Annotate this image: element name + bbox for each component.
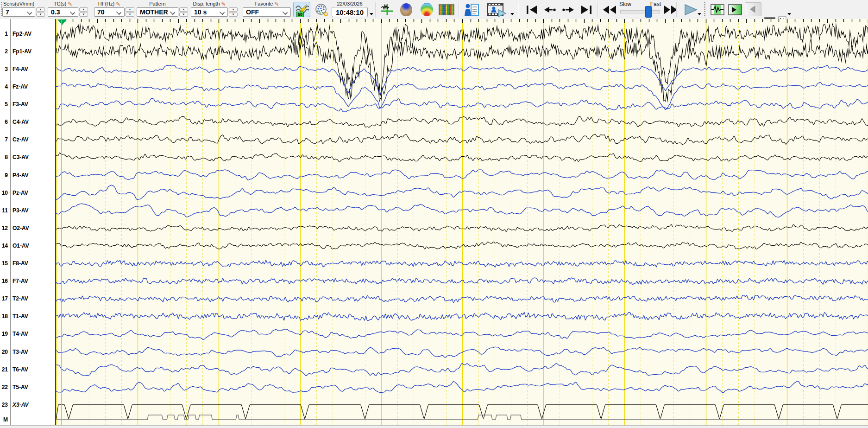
fast-forward-button[interactable] <box>661 2 680 17</box>
trace-view-button[interactable] <box>379 2 396 17</box>
disp-length-combobox[interactable]: 10 s <box>191 7 228 17</box>
clip-dropdown-arrow[interactable] <box>787 13 791 15</box>
channel-row[interactable]: 23X3-AV <box>0 401 55 409</box>
head-3d-map-button[interactable] <box>397 2 415 17</box>
speed-slow-label: Slow <box>619 1 631 7</box>
step-back-icon <box>543 5 557 15</box>
video-dropdown-arrow[interactable] <box>510 13 514 15</box>
time-display[interactable]: 10:48:10 <box>332 7 368 17</box>
speed-slider: Slow Fast <box>619 0 661 19</box>
channel-row[interactable]: 4Fz-AV <box>0 83 55 91</box>
disp-length-spinner[interactable]: ▲▼ <box>229 7 238 17</box>
hf-up-button[interactable]: ▲ <box>126 7 134 12</box>
channel-row[interactable]: 1Fp2-AV <box>0 30 55 38</box>
play-dropdown-arrow[interactable] <box>698 13 701 15</box>
next-page-button[interactable] <box>560 2 577 17</box>
play-segment-button[interactable] <box>727 2 743 17</box>
patient-info-button[interactable] <box>462 2 482 17</box>
channel-row[interactable]: 7Cz-AV <box>0 135 55 144</box>
channel-row[interactable]: 8C3-AV <box>0 153 55 161</box>
chevron-down-icon <box>70 10 75 15</box>
sens-down-button[interactable]: ▼ <box>36 13 45 17</box>
disp-up-button[interactable]: ▲ <box>229 7 238 12</box>
channel-row[interactable]: 6C4-AV <box>0 118 55 126</box>
tc-spinner[interactable]: ▲▼ <box>79 7 88 17</box>
edit-pencil-icon[interactable]: ✎ <box>68 1 72 7</box>
pattern-up-button[interactable]: ▲ <box>179 7 188 12</box>
channel-row[interactable]: 2Fp1-AV <box>0 47 55 56</box>
notch-filter-button[interactable]: 50 <box>293 2 310 17</box>
eeg-traces-canvas[interactable] <box>56 19 868 425</box>
pattern-combobox[interactable]: MOTHER <box>137 7 178 17</box>
channel-number: 9 <box>0 172 8 179</box>
channel-number: 22 <box>0 384 8 390</box>
channel-label: C4-AV <box>13 119 29 125</box>
video-button[interactable] <box>484 2 509 17</box>
play-segment-icon <box>728 3 742 16</box>
speed-slider-handle[interactable] <box>645 6 652 18</box>
channel-label: T2-AV <box>13 295 28 302</box>
channel-row[interactable]: 3F4-AV <box>0 65 55 73</box>
previous-page-button[interactable] <box>541 2 559 17</box>
disp-down-button[interactable]: ▼ <box>229 13 238 17</box>
channel-row[interactable]: 21T6-AV <box>0 365 55 374</box>
position-marker-icon[interactable] <box>57 19 67 25</box>
pattern-spinner[interactable]: ▲▼ <box>179 7 188 17</box>
sens-spinner[interactable]: ▲▼ <box>36 7 45 17</box>
sens-label: Sens(uV/mm) <box>2 1 35 7</box>
last-page-icon <box>580 5 593 15</box>
last-page-button[interactable] <box>578 2 595 17</box>
tc-combobox[interactable]: 0.3 <box>48 7 78 17</box>
edit-pencil-icon[interactable]: ✎ <box>274 1 279 7</box>
favorite-combobox[interactable]: OFF <box>243 7 291 17</box>
channel-row[interactable]: 16F7-AV <box>0 277 55 285</box>
time-dropdown-arrow[interactable] <box>370 13 373 15</box>
toolbar-grip[interactable] <box>704 2 705 17</box>
chevron-down-icon <box>220 10 225 15</box>
tc-up-button[interactable]: ▲ <box>79 7 88 12</box>
disp-length-label: Disp. length✎ <box>191 1 228 7</box>
step-back-disabled-button[interactable] <box>745 2 761 16</box>
channel-row[interactable]: 14O1-AV <box>0 242 55 250</box>
channel-row[interactable]: 15F8-AV <box>0 259 55 268</box>
rewind-button[interactable] <box>600 2 619 17</box>
channel-row[interactable]: 20T3-AV <box>0 348 55 356</box>
channel-row[interactable]: 18T1-AV <box>0 312 55 320</box>
channel-row[interactable]: 19T4-AV <box>0 330 55 338</box>
channel-row[interactable]: 12O2-AV <box>0 224 55 232</box>
pattern-down-button[interactable]: ▼ <box>179 13 188 17</box>
channel-label: F8-AV <box>13 260 28 267</box>
channel-row[interactable]: 5F3-AV <box>0 100 55 109</box>
marker-channel-label: M <box>0 416 8 423</box>
marker-channel-row[interactable]: M <box>0 415 55 424</box>
channel-row[interactable]: 9P4-AV <box>0 171 55 179</box>
first-page-button[interactable] <box>523 2 540 17</box>
tc-down-button[interactable]: ▼ <box>79 13 88 17</box>
channel-number: 20 <box>0 349 8 355</box>
channel-number: 23 <box>0 402 8 408</box>
edit-pencil-icon[interactable]: ✎ <box>116 1 120 7</box>
channel-label-panel: 1Fp2-AV2Fp1-AV3F4-AV4Fz-AV5F3-AV6C4-AV7C… <box>0 19 55 425</box>
spectrogram-button[interactable] <box>437 2 456 17</box>
speed-slider-track[interactable] <box>620 10 660 13</box>
hf-combobox[interactable]: 70 <box>94 7 125 17</box>
electrode-montage-button[interactable]: ⚙ <box>312 2 331 17</box>
channel-label: O2-AV <box>13 225 29 231</box>
separator <box>518 2 519 17</box>
favorite-label: Favorite✎ <box>243 1 291 7</box>
channel-row[interactable]: 22T5-AV <box>0 383 55 391</box>
cursor-line <box>61 19 62 425</box>
sens-combobox[interactable]: 7 <box>2 7 35 17</box>
channel-number: 2 <box>0 48 8 55</box>
topographic-map-button[interactable] <box>418 2 435 17</box>
sens-up-button[interactable]: ▲ <box>36 7 45 12</box>
first-page-icon <box>525 5 538 15</box>
hf-down-button[interactable]: ▼ <box>126 13 134 17</box>
hf-spinner[interactable]: ▲▼ <box>126 7 134 17</box>
channel-row[interactable]: 11P3-AV <box>0 206 55 215</box>
channel-row[interactable]: 17T2-AV <box>0 294 55 303</box>
eeg-segment-button[interactable] <box>710 2 725 17</box>
back-icon <box>747 5 759 14</box>
channel-row[interactable]: 10Pz-AV <box>0 189 55 197</box>
edit-pencil-icon[interactable]: ✎ <box>221 1 226 7</box>
